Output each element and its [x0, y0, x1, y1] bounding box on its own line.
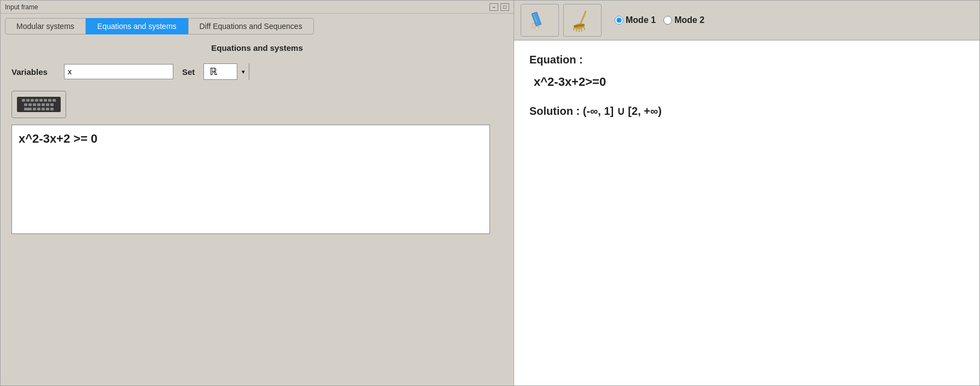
minimize-button[interactable]: − — [489, 3, 498, 11]
window-controls: − □ — [489, 3, 509, 11]
equation-display-value: x^2-3x+2>=0 — [529, 75, 964, 89]
tabs-container: Modular systems Equations and systems Di… — [1, 14, 514, 34]
right-content: Equation : x^2-3x+2>=0 Solution : (-∞, 1… — [514, 40, 979, 385]
kb-key — [42, 103, 45, 106]
broom-icon — [570, 8, 594, 32]
equation-display-label: Equation : — [529, 54, 964, 66]
kb-key-wide — [24, 108, 32, 110]
kb-key — [52, 99, 56, 102]
kb-key — [44, 99, 47, 102]
left-panel: Input frame − □ Modular systems Equation… — [0, 0, 514, 386]
kb-key — [33, 108, 36, 110]
svg-line-9 — [581, 27, 582, 31]
tab-modular[interactable]: Modular systems — [5, 18, 86, 34]
equation-input-box[interactable]: x^2-3x+2 >= 0 — [11, 125, 490, 234]
kb-key — [28, 103, 32, 106]
kb-key — [22, 99, 25, 102]
variables-input[interactable] — [64, 64, 173, 79]
maximize-button[interactable]: □ — [500, 3, 509, 11]
set-dropdown: ℝ ▾ — [203, 63, 249, 80]
kb-row-3 — [24, 108, 54, 110]
kb-key — [50, 108, 54, 110]
mode2-option[interactable]: Mode 2 — [663, 15, 704, 25]
kb-key — [35, 99, 38, 102]
kb-key — [31, 99, 34, 102]
mode-controls: Mode 1 Mode 2 — [615, 15, 704, 25]
kb-row-2 — [24, 103, 54, 106]
mode2-radio[interactable] — [663, 16, 672, 25]
pencil-eraser-button[interactable] — [521, 4, 559, 37]
tab-equations[interactable]: Equations and systems — [86, 18, 188, 34]
kb-key — [42, 108, 45, 110]
variables-row: Variables Set ℝ ▾ — [11, 63, 503, 80]
section-title: Equations and systems — [11, 43, 503, 52]
equation-input-text: x^2-3x+2 >= 0 — [19, 132, 97, 145]
svg-line-10 — [584, 26, 585, 30]
content-area: Equations and systems Variables Set ℝ ▾ — [1, 34, 514, 385]
kb-key — [33, 103, 36, 106]
kb-key — [26, 99, 30, 102]
variables-label: Variables — [11, 67, 55, 77]
tab-diff[interactable]: Diff Equations and Sequences — [188, 18, 314, 34]
set-value: ℝ — [204, 65, 237, 79]
pencil-eraser-icon — [528, 8, 552, 32]
kb-key — [37, 103, 40, 106]
kb-key — [50, 103, 54, 106]
kb-row-1 — [22, 99, 56, 102]
kb-key — [24, 103, 27, 106]
set-label: Set — [182, 67, 195, 77]
kb-key — [46, 108, 49, 110]
mode1-option[interactable]: Mode 1 — [615, 15, 656, 25]
right-panel: Mode 1 Mode 2 Equation : x^2-3x+2>=0 Sol… — [514, 0, 980, 386]
right-toolbar: Mode 1 Mode 2 — [514, 1, 979, 40]
kb-key — [46, 103, 49, 106]
keyboard-button[interactable] — [11, 91, 66, 118]
broom-button[interactable] — [563, 4, 602, 37]
set-dropdown-arrow[interactable]: ▾ — [237, 63, 249, 80]
mode2-label: Mode 2 — [674, 15, 704, 25]
keyboard-icon — [17, 97, 61, 112]
svg-line-4 — [580, 11, 586, 25]
kb-key — [39, 99, 43, 102]
solution-display: Solution : (-∞, 1] ∪ [2, +∞) — [529, 104, 964, 118]
mode1-radio[interactable] — [615, 16, 623, 25]
window-titlebar: Input frame − □ — [1, 1, 514, 14]
kb-key — [48, 99, 51, 102]
kb-key — [37, 108, 40, 110]
window-title: Input frame — [5, 3, 38, 11]
mode1-label: Mode 1 — [626, 15, 656, 25]
svg-line-7 — [576, 27, 577, 31]
